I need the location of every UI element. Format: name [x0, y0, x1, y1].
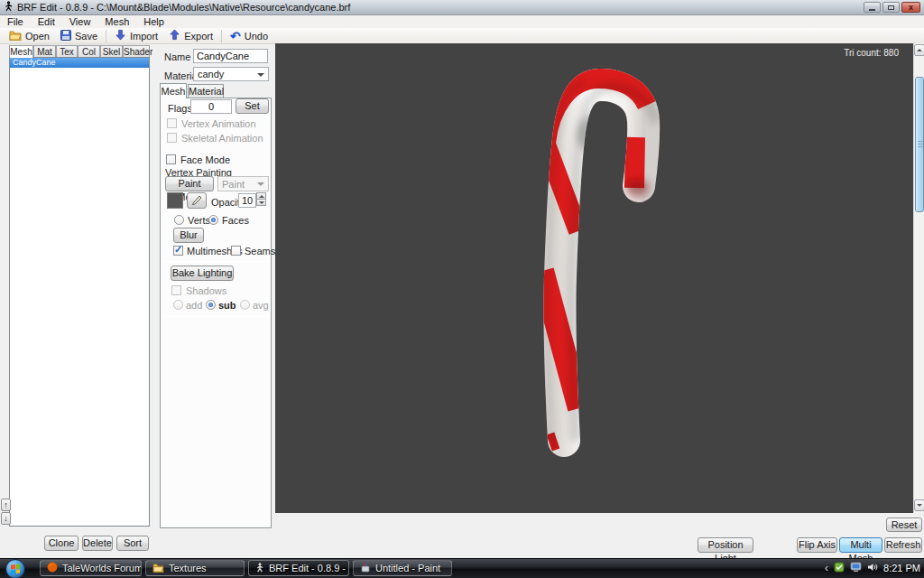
scroll-down-icon[interactable]: [914, 499, 924, 511]
left-tab-mat[interactable]: Mat: [33, 45, 56, 57]
save-floppy-icon: [60, 30, 71, 42]
open-folder-icon: [9, 30, 22, 42]
import-arrow-icon: [115, 29, 126, 42]
taskbar-item-taleworlds[interactable]: TaleWorlds Forum -...: [40, 560, 142, 576]
list-item-candycane[interactable]: CandyCane: [10, 58, 149, 68]
shadows-checkbox[interactable]: [171, 285, 181, 295]
set-flags-button[interactable]: Set: [236, 98, 269, 114]
minimize-button[interactable]: [864, 2, 881, 13]
tray-shield-icon[interactable]: [834, 562, 845, 574]
color-picker-button[interactable]: [187, 192, 207, 209]
tray-volume-icon[interactable]: [867, 562, 878, 574]
taskbar-item-textures[interactable]: Textures: [145, 560, 245, 576]
add-radio[interactable]: [173, 300, 183, 310]
tray-chevron-icon[interactable]: ‹: [825, 564, 828, 573]
blur-button[interactable]: Blur: [173, 228, 204, 243]
props-tab-material[interactable]: Material: [188, 84, 224, 98]
left-tab-col[interactable]: Col: [78, 45, 100, 57]
position-light-button[interactable]: Position Light: [698, 537, 753, 553]
paint-color-swatch[interactable]: [167, 192, 183, 209]
toolbar: Open Save Import Export ↶ Undo: [0, 28, 924, 44]
faces-label: Faces: [222, 215, 249, 226]
avg-radio[interactable]: [240, 300, 250, 310]
delete-button[interactable]: Delete: [82, 536, 113, 551]
skeletal-animation-checkbox[interactable]: [167, 133, 177, 143]
scroll-up-icon[interactable]: [914, 44, 924, 56]
shadows-label: Shadows: [186, 285, 226, 296]
flip-axis-button[interactable]: Flip Axis: [797, 537, 837, 553]
face-mode-checkbox[interactable]: [166, 154, 176, 164]
menu-view[interactable]: View: [62, 16, 98, 27]
taskbar-item-brf-edit[interactable]: BRF Edit - 0.8.9 - C...: [248, 560, 349, 576]
menu-mesh[interactable]: Mesh: [97, 16, 136, 27]
candycane-model: [275, 43, 913, 513]
multi-mesh-button[interactable]: Multi Mesh: [839, 537, 882, 553]
paint-type-combo[interactable]: Paint: [217, 176, 269, 191]
menu-bar: File Edit View Mesh Help: [0, 15, 924, 28]
tray-network-icon[interactable]: [850, 562, 862, 574]
flags-input[interactable]: [190, 99, 232, 114]
move-down-button[interactable]: ↓: [1, 512, 11, 525]
vertex-animation-checkbox[interactable]: [167, 118, 177, 128]
tri-count: Tri count: 880: [844, 48, 899, 58]
bake-lighting-button[interactable]: Bake Lighting: [171, 266, 234, 281]
export-arrow-icon: [169, 29, 180, 42]
close-button[interactable]: x: [901, 2, 920, 13]
system-tray: ‹ 8:21 PM: [825, 560, 920, 576]
open-button[interactable]: Open: [4, 29, 55, 43]
sub-label: sub: [218, 300, 236, 311]
windows-logo-icon: [11, 564, 20, 573]
name-input[interactable]: [193, 49, 268, 63]
restore-button[interactable]: [882, 2, 900, 13]
menu-help[interactable]: Help: [136, 16, 171, 27]
left-tab-shader[interactable]: Shader: [123, 45, 150, 57]
left-tab-mesh[interactable]: Mesh: [9, 45, 33, 58]
clone-button[interactable]: Clone: [44, 536, 79, 551]
menu-file[interactable]: File: [0, 16, 31, 27]
spinner-down-icon[interactable]: [256, 199, 266, 206]
paint-icon: [360, 562, 371, 574]
brf-app-icon: [255, 563, 264, 574]
viewport-scrollbar[interactable]: [913, 43, 924, 513]
verts-label: Verts: [188, 215, 210, 226]
move-up-button[interactable]: ↑: [1, 499, 11, 511]
import-button[interactable]: Import: [109, 29, 163, 43]
browser-icon: [47, 562, 58, 574]
taskbar-item-paint[interactable]: Untitled - Paint: [353, 560, 452, 576]
brf-edit-window: BRF Edit - 0.8.9 - C:\Mount&Blade\Module…: [0, 0, 924, 578]
viewport-3d[interactable]: Tri count: 880: [275, 43, 913, 513]
opacity-input[interactable]: [238, 193, 256, 208]
folder-icon: [152, 563, 164, 574]
export-button[interactable]: Export: [163, 29, 218, 43]
scrollbar-thumb[interactable]: [915, 77, 924, 212]
pencil-icon: [190, 193, 203, 206]
opacity-spinner[interactable]: [256, 192, 266, 207]
menu-edit[interactable]: Edit: [31, 16, 62, 27]
skeletal-animation-label: Skeletal Animation: [181, 133, 263, 144]
window-title: BRF Edit - 0.8.9 - C:\Mount&Blade\Module…: [17, 2, 350, 13]
sort-button[interactable]: Sort: [116, 536, 149, 551]
app-icon: [4, 1, 14, 14]
undo-button[interactable]: ↶ Undo: [225, 29, 273, 43]
faces-radio[interactable]: [208, 215, 218, 225]
left-tab-tex[interactable]: Tex: [56, 45, 78, 57]
seams-checkbox[interactable]: [231, 246, 241, 256]
avg-label: avg: [253, 300, 269, 311]
start-button[interactable]: [5, 559, 25, 578]
taskbar-clock[interactable]: 8:21 PM: [883, 563, 920, 573]
props-tab-mesh[interactable]: Mesh: [160, 83, 187, 98]
paint-mode-button[interactable]: Paint Mode: [165, 176, 214, 191]
save-button[interactable]: Save: [55, 29, 103, 43]
title-bar: BRF Edit - 0.8.9 - C:\Mount&Blade\Module…: [0, 0, 924, 15]
face-mode-label: Face Mode: [180, 154, 230, 165]
material-combo[interactable]: candy: [193, 67, 269, 81]
sub-radio[interactable]: [206, 300, 216, 310]
reset-button[interactable]: Reset: [886, 517, 922, 532]
combo-arrow-icon: [257, 182, 264, 186]
left-tab-skel[interactable]: Skel: [100, 45, 123, 57]
mesh-list[interactable]: CandyCane: [9, 57, 150, 527]
check-icon: ✓: [174, 244, 182, 256]
refresh-button[interactable]: Refresh: [884, 537, 922, 553]
multimeshes-checkbox[interactable]: ✓: [173, 246, 183, 256]
verts-radio[interactable]: [174, 215, 184, 225]
